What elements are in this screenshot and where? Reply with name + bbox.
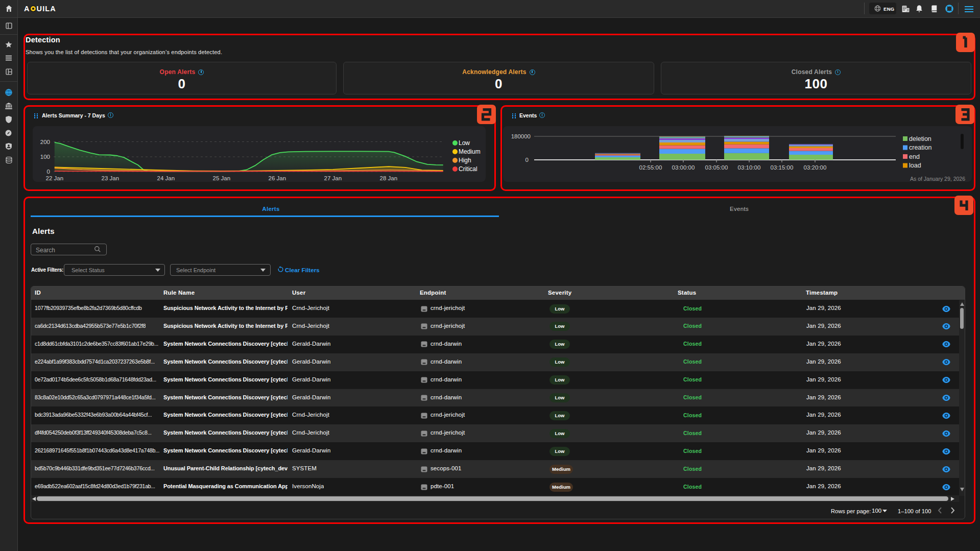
svg-text:23 Jan: 23 Jan — [102, 175, 119, 181]
svg-text:25 Jan: 25 Jan — [213, 175, 231, 181]
svg-text:0: 0 — [525, 157, 529, 163]
svg-text:Low: Low — [459, 139, 470, 147]
svg-text:Critical: Critical — [459, 165, 477, 173]
svg-text:03:05:00: 03:05:00 — [705, 164, 728, 171]
svg-text:Medium: Medium — [459, 148, 481, 155]
svg-text:load: load — [909, 162, 921, 169]
svg-text:03:20:00: 03:20:00 — [804, 164, 827, 171]
svg-text:02:55:00: 02:55:00 — [639, 164, 662, 171]
svg-text:creation: creation — [909, 144, 932, 151]
svg-text:03:00:00: 03:00:00 — [672, 164, 695, 171]
svg-text:26 Jan: 26 Jan — [269, 175, 286, 181]
svg-text:end: end — [909, 153, 920, 160]
svg-text:deletion: deletion — [909, 135, 931, 142]
svg-text:03:15:00: 03:15:00 — [771, 164, 794, 171]
svg-text:22 Jan: 22 Jan — [46, 175, 64, 181]
svg-text:As of January 29, 2026: As of January 29, 2026 — [910, 176, 965, 182]
svg-text:100: 100 — [40, 154, 50, 160]
svg-text:180000: 180000 — [511, 133, 531, 139]
svg-text:03:10:00: 03:10:00 — [738, 164, 761, 171]
svg-text:200: 200 — [40, 139, 50, 145]
svg-text:28 Jan: 28 Jan — [380, 175, 398, 181]
svg-text:High: High — [459, 157, 471, 164]
svg-text:24 Jan: 24 Jan — [157, 175, 175, 181]
svg-text:0: 0 — [47, 169, 50, 175]
svg-text:27 Jan: 27 Jan — [324, 175, 342, 181]
